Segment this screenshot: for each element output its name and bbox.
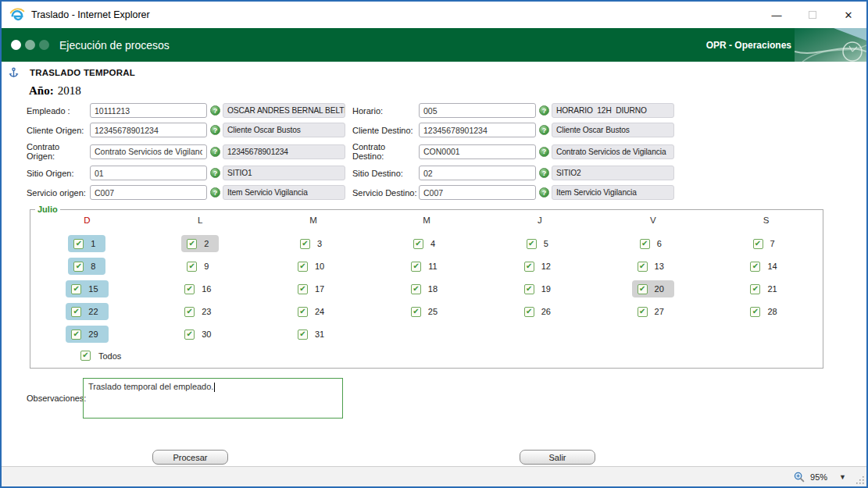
day-checkbox[interactable]: ✔ <box>640 239 650 249</box>
close-button[interactable]: ✕ <box>830 2 866 28</box>
calendar-cell: ✔6 <box>596 235 709 252</box>
servicio-destino-input[interactable] <box>419 185 536 200</box>
day-checkbox[interactable]: ✔ <box>71 329 81 340</box>
day-2-holiday: ✔2 <box>181 235 219 252</box>
day-checkbox[interactable]: ✔ <box>638 307 648 317</box>
day-12: ✔12 <box>519 258 561 275</box>
zoom-level[interactable]: 95% <box>810 472 827 482</box>
servicio-destino-display: Item Servicio Vigilancia <box>552 185 674 200</box>
horario-input[interactable] <box>419 103 536 118</box>
check-icon: ✔ <box>526 285 532 293</box>
calendar-weekday-header: J <box>483 216 596 230</box>
help-icon[interactable]: ? <box>210 125 220 135</box>
cliente-origen-display: Cliente Oscar Bustos <box>223 123 345 137</box>
cliente-destino-input[interactable] <box>419 123 536 137</box>
zoom-dropdown-icon[interactable]: ▼ <box>839 473 846 481</box>
help-icon[interactable]: ? <box>539 105 549 116</box>
calendar-cell: ✔25 <box>370 303 484 320</box>
day-checkbox[interactable]: ✔ <box>524 284 534 294</box>
contrato-origen-label: Contrato Origen: <box>27 142 90 161</box>
day-checkbox[interactable]: ✔ <box>638 284 648 294</box>
contrato-destino-input[interactable] <box>419 144 536 159</box>
calendar-cell: ✔28 <box>709 303 823 320</box>
day-4: ✔4 <box>408 235 445 252</box>
day-checkbox[interactable]: ✔ <box>638 262 648 272</box>
day-checkbox[interactable]: ✔ <box>750 307 760 317</box>
help-icon[interactable]: ? <box>210 168 220 178</box>
calendar-cell: ✔27 <box>596 303 709 320</box>
day-checkbox[interactable]: ✔ <box>413 239 423 249</box>
day-number: 23 <box>202 307 211 316</box>
sitio-origen-input[interactable] <box>90 166 207 180</box>
day-checkbox[interactable]: ✔ <box>750 262 760 272</box>
day-number: 11 <box>428 262 437 271</box>
help-icon[interactable]: ? <box>539 147 549 157</box>
day-checkbox[interactable]: ✔ <box>411 284 421 294</box>
sitio-origen-display: SITIO1 <box>223 166 345 180</box>
calendar-cell: ✔5 <box>483 235 596 252</box>
day-checkbox[interactable]: ✔ <box>184 307 195 317</box>
help-icon[interactable]: ? <box>210 147 220 157</box>
calendar-cell: ✔10 <box>257 258 370 275</box>
day-8-sunday: ✔8 <box>68 258 105 275</box>
day-22-sunday: ✔22 <box>66 303 108 320</box>
form-row: Sitio Origen:?SITIO1Sitio Destino:?SITIO… <box>27 166 866 180</box>
day-checkbox[interactable]: ✔ <box>184 284 195 294</box>
servicio-origen-input[interactable] <box>90 185 207 200</box>
todos-checkbox[interactable]: ✔ <box>80 351 91 361</box>
minimize-button[interactable]: — <box>759 2 795 28</box>
day-checkbox[interactable]: ✔ <box>184 329 195 340</box>
check-icon: ✔ <box>528 240 534 248</box>
calendar-cell: ✔2 <box>144 235 257 252</box>
maximize-button[interactable] <box>795 2 830 28</box>
observaciones-textarea[interactable]: Traslado temporal del empleado. <box>83 378 343 419</box>
help-icon[interactable]: ? <box>539 168 549 178</box>
help-icon[interactable]: ? <box>210 187 220 198</box>
day-checkbox[interactable]: ✔ <box>298 262 308 272</box>
calendar-weekday-header: V <box>596 216 709 230</box>
day-checkbox[interactable]: ✔ <box>298 329 308 340</box>
day-checkbox[interactable]: ✔ <box>187 262 197 272</box>
empleado-input[interactable] <box>90 103 207 118</box>
calendar-fieldset: Julio DLMMJVS✔1✔2✔3✔4✔5✔6✔7✔8✔9✔10✔11✔12… <box>30 205 823 369</box>
day-number: 5 <box>544 239 548 248</box>
help-icon[interactable]: ? <box>539 187 549 198</box>
day-checkbox[interactable]: ✔ <box>524 307 534 317</box>
day-number: 9 <box>204 262 209 271</box>
day-23: ✔23 <box>179 303 221 320</box>
day-checkbox[interactable]: ✔ <box>298 284 308 294</box>
calendar-cell: ✔18 <box>370 280 484 297</box>
day-checkbox[interactable]: ✔ <box>411 307 421 317</box>
anchor-icon <box>9 67 20 82</box>
day-checkbox[interactable]: ✔ <box>71 307 81 317</box>
help-icon[interactable]: ? <box>539 125 549 135</box>
check-icon: ✔ <box>639 285 645 293</box>
check-icon: ✔ <box>73 330 80 338</box>
contrato-origen-input[interactable] <box>90 144 207 159</box>
day-checkbox[interactable]: ✔ <box>187 239 197 249</box>
day-number: 4 <box>430 239 435 248</box>
day-checkbox[interactable]: ✔ <box>527 239 537 249</box>
day-checkbox[interactable]: ✔ <box>298 307 308 317</box>
sitio-destino-input[interactable] <box>419 166 536 180</box>
day-20-holiday: ✔20 <box>632 280 674 297</box>
observaciones-text: Traslado temporal del empleado. <box>88 382 213 391</box>
salir-button[interactable]: Salir <box>520 450 595 465</box>
resize-grip[interactable] <box>856 476 864 484</box>
day-checkbox[interactable]: ✔ <box>411 262 421 272</box>
check-icon: ✔ <box>413 262 420 270</box>
day-checkbox[interactable]: ✔ <box>750 284 760 294</box>
check-icon: ✔ <box>73 308 80 315</box>
day-checkbox[interactable]: ✔ <box>71 284 81 294</box>
calendar-cell: ✔11 <box>370 258 484 275</box>
help-icon[interactable]: ? <box>210 105 220 116</box>
cliente-origen-input[interactable] <box>90 123 207 137</box>
day-checkbox[interactable]: ✔ <box>524 262 534 272</box>
day-checkbox[interactable]: ✔ <box>753 239 763 249</box>
procesar-button[interactable]: Procesar <box>152 450 228 465</box>
day-7: ✔7 <box>748 235 785 252</box>
calendar-weekday-header: D <box>30 216 144 230</box>
day-checkbox[interactable]: ✔ <box>73 239 84 249</box>
day-checkbox[interactable]: ✔ <box>300 239 310 249</box>
day-checkbox[interactable]: ✔ <box>73 262 84 272</box>
